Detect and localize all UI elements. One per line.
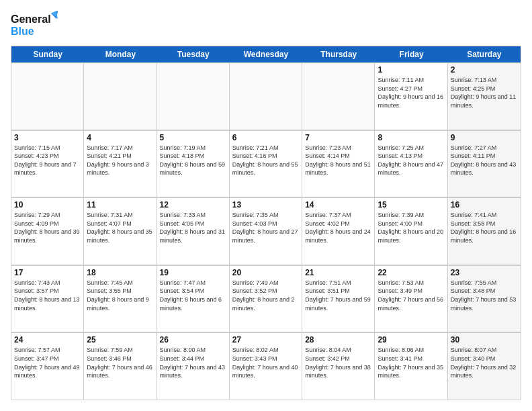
- day-number: 1: [378, 65, 444, 75]
- day-info: Sunrise: 7:51 AM Sunset: 3:51 PM Dayligh…: [305, 279, 371, 312]
- calendar-body: 1Sunrise: 7:11 AM Sunset: 4:27 PM Daylig…: [11, 62, 521, 400]
- day-info: Sunrise: 8:02 AM Sunset: 3:43 PM Dayligh…: [232, 346, 299, 379]
- day-info: Sunrise: 7:35 AM Sunset: 4:03 PM Dayligh…: [232, 211, 299, 244]
- day-number: 21: [305, 268, 371, 277]
- day-info: Sunrise: 8:06 AM Sunset: 3:41 PM Dayligh…: [378, 346, 444, 379]
- cal-cell: [157, 63, 230, 130]
- cal-cell: 21Sunrise: 7:51 AM Sunset: 3:51 PM Dayli…: [302, 266, 375, 332]
- day-info: Sunrise: 7:19 AM Sunset: 4:18 PM Dayligh…: [160, 144, 226, 177]
- day-info: Sunrise: 7:27 AM Sunset: 4:11 PM Dayligh…: [451, 144, 518, 177]
- day-number: 28: [305, 335, 371, 345]
- day-number: 9: [451, 133, 518, 142]
- day-info: Sunrise: 7:59 AM Sunset: 3:46 PM Dayligh…: [87, 346, 153, 379]
- day-info: Sunrise: 7:37 AM Sunset: 4:02 PM Dayligh…: [305, 211, 371, 244]
- calendar: SundayMondayTuesdayWednesdayThursdayFrid…: [11, 46, 521, 400]
- cal-cell: 24Sunrise: 7:57 AM Sunset: 3:47 PM Dayli…: [11, 333, 84, 400]
- cal-cell: 17Sunrise: 7:43 AM Sunset: 3:57 PM Dayli…: [11, 266, 84, 332]
- day-number: 5: [160, 133, 226, 142]
- day-info: Sunrise: 7:53 AM Sunset: 3:49 PM Dayligh…: [378, 279, 444, 312]
- logo-svg: General Blue: [11, 11, 58, 39]
- day-info: Sunrise: 7:21 AM Sunset: 4:16 PM Dayligh…: [232, 144, 299, 177]
- cal-cell: 6Sunrise: 7:21 AM Sunset: 4:16 PM Daylig…: [230, 131, 302, 197]
- cal-cell: 16Sunrise: 7:41 AM Sunset: 3:58 PM Dayli…: [448, 198, 521, 265]
- day-info: Sunrise: 7:23 AM Sunset: 4:14 PM Dayligh…: [305, 144, 371, 177]
- day-info: Sunrise: 8:00 AM Sunset: 3:44 PM Dayligh…: [160, 346, 226, 379]
- day-info: Sunrise: 7:41 AM Sunset: 3:58 PM Dayligh…: [451, 211, 518, 244]
- day-number: 6: [232, 133, 299, 142]
- cal-cell: 10Sunrise: 7:29 AM Sunset: 4:09 PM Dayli…: [11, 198, 84, 265]
- day-info: Sunrise: 7:11 AM Sunset: 4:27 PM Dayligh…: [378, 76, 444, 109]
- cal-cell: 23Sunrise: 7:55 AM Sunset: 3:48 PM Dayli…: [448, 266, 521, 332]
- day-number: 19: [160, 268, 226, 277]
- day-number: 3: [14, 133, 81, 142]
- svg-text:Blue: Blue: [11, 26, 34, 37]
- day-number: 23: [451, 268, 518, 277]
- cal-cell: [302, 63, 375, 130]
- cal-cell: [84, 63, 157, 130]
- day-number: 14: [305, 200, 371, 210]
- day-number: 12: [160, 200, 226, 210]
- day-info: Sunrise: 7:31 AM Sunset: 4:07 PM Dayligh…: [87, 211, 153, 244]
- day-number: 10: [14, 200, 81, 210]
- day-number: 8: [378, 133, 444, 142]
- day-info: Sunrise: 7:13 AM Sunset: 4:25 PM Dayligh…: [451, 76, 518, 109]
- cal-cell: 20Sunrise: 7:49 AM Sunset: 3:52 PM Dayli…: [230, 266, 302, 332]
- day-info: Sunrise: 7:47 AM Sunset: 3:54 PM Dayligh…: [160, 279, 226, 312]
- cal-cell: 29Sunrise: 8:06 AM Sunset: 3:41 PM Dayli…: [375, 333, 447, 400]
- day-info: Sunrise: 7:29 AM Sunset: 4:09 PM Dayligh…: [14, 211, 81, 244]
- cal-cell: 4Sunrise: 7:17 AM Sunset: 4:21 PM Daylig…: [84, 131, 157, 197]
- day-number: 24: [14, 335, 81, 345]
- cal-cell: 11Sunrise: 7:31 AM Sunset: 4:07 PM Dayli…: [84, 198, 157, 265]
- cal-cell: 30Sunrise: 8:07 AM Sunset: 3:40 PM Dayli…: [448, 333, 521, 400]
- header-day-thursday: Thursday: [302, 46, 375, 62]
- cal-cell: 22Sunrise: 7:53 AM Sunset: 3:49 PM Dayli…: [375, 266, 447, 332]
- header-day-monday: Monday: [84, 46, 157, 62]
- day-info: Sunrise: 7:43 AM Sunset: 3:57 PM Dayligh…: [14, 279, 81, 312]
- cal-cell: 2Sunrise: 7:13 AM Sunset: 4:25 PM Daylig…: [448, 63, 521, 130]
- day-number: 4: [87, 133, 153, 142]
- week-row-4: 17Sunrise: 7:43 AM Sunset: 3:57 PM Dayli…: [11, 265, 521, 333]
- day-number: 22: [378, 268, 444, 277]
- day-info: Sunrise: 7:45 AM Sunset: 3:55 PM Dayligh…: [87, 279, 153, 312]
- header-day-saturday: Saturday: [448, 46, 521, 62]
- cal-cell: 28Sunrise: 8:04 AM Sunset: 3:42 PM Dayli…: [302, 333, 375, 400]
- week-row-1: 1Sunrise: 7:11 AM Sunset: 4:27 PM Daylig…: [11, 62, 521, 130]
- day-info: Sunrise: 7:57 AM Sunset: 3:47 PM Dayligh…: [14, 346, 81, 379]
- day-number: 26: [160, 335, 226, 345]
- header-day-tuesday: Tuesday: [157, 46, 230, 62]
- day-info: Sunrise: 7:49 AM Sunset: 3:52 PM Dayligh…: [232, 279, 299, 312]
- cal-cell: [230, 63, 302, 130]
- svg-text:General: General: [11, 13, 51, 25]
- day-number: 15: [378, 200, 444, 210]
- day-info: Sunrise: 8:07 AM Sunset: 3:40 PM Dayligh…: [451, 346, 518, 379]
- day-info: Sunrise: 7:39 AM Sunset: 4:00 PM Dayligh…: [378, 211, 444, 244]
- header-day-friday: Friday: [375, 46, 447, 62]
- day-info: Sunrise: 8:04 AM Sunset: 3:42 PM Dayligh…: [305, 346, 371, 379]
- day-info: Sunrise: 7:33 AM Sunset: 4:05 PM Dayligh…: [160, 211, 226, 244]
- week-row-5: 24Sunrise: 7:57 AM Sunset: 3:47 PM Dayli…: [11, 332, 521, 400]
- cal-cell: 14Sunrise: 7:37 AM Sunset: 4:02 PM Dayli…: [302, 198, 375, 265]
- day-number: 18: [87, 268, 153, 277]
- cal-cell: 27Sunrise: 8:02 AM Sunset: 3:43 PM Dayli…: [230, 333, 302, 400]
- cal-cell: 7Sunrise: 7:23 AM Sunset: 4:14 PM Daylig…: [302, 131, 375, 197]
- cal-cell: 9Sunrise: 7:27 AM Sunset: 4:11 PM Daylig…: [448, 131, 521, 197]
- cal-cell: 5Sunrise: 7:19 AM Sunset: 4:18 PM Daylig…: [157, 131, 230, 197]
- cal-cell: 19Sunrise: 7:47 AM Sunset: 3:54 PM Dayli…: [157, 266, 230, 332]
- day-number: 2: [451, 65, 518, 75]
- cal-cell: [11, 63, 84, 130]
- day-number: 20: [232, 268, 299, 277]
- cal-cell: 15Sunrise: 7:39 AM Sunset: 4:00 PM Dayli…: [375, 198, 447, 265]
- week-row-3: 10Sunrise: 7:29 AM Sunset: 4:09 PM Dayli…: [11, 197, 521, 265]
- cal-cell: 13Sunrise: 7:35 AM Sunset: 4:03 PM Dayli…: [230, 198, 302, 265]
- cal-cell: 12Sunrise: 7:33 AM Sunset: 4:05 PM Dayli…: [157, 198, 230, 265]
- cal-cell: 8Sunrise: 7:25 AM Sunset: 4:13 PM Daylig…: [375, 131, 447, 197]
- day-info: Sunrise: 7:15 AM Sunset: 4:23 PM Dayligh…: [14, 144, 81, 177]
- cal-cell: 18Sunrise: 7:45 AM Sunset: 3:55 PM Dayli…: [84, 266, 157, 332]
- day-number: 13: [232, 200, 299, 210]
- day-info: Sunrise: 7:25 AM Sunset: 4:13 PM Dayligh…: [378, 144, 444, 177]
- day-number: 7: [305, 133, 371, 142]
- day-number: 17: [14, 268, 81, 277]
- day-number: 11: [87, 200, 153, 210]
- cal-cell: 3Sunrise: 7:15 AM Sunset: 4:23 PM Daylig…: [11, 131, 84, 197]
- day-number: 27: [232, 335, 299, 345]
